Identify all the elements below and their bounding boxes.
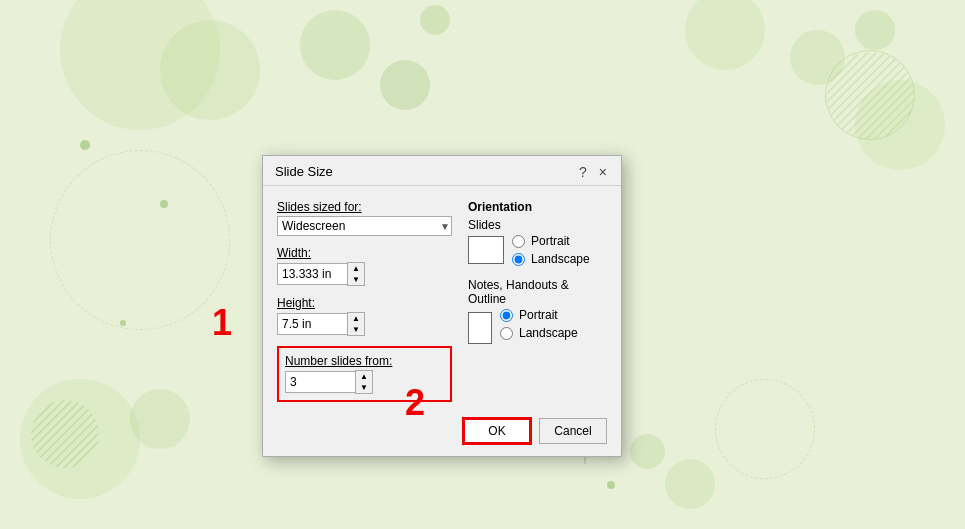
- height-spin-wrapper: ▲ ▼: [277, 312, 367, 336]
- slides-portrait-radio[interactable]: [512, 235, 525, 248]
- notes-handouts-label: Notes, Handouts & Outline: [468, 278, 607, 306]
- notes-portrait-label: Portrait: [519, 308, 558, 322]
- notes-radio-group: Portrait Landscape: [500, 308, 578, 340]
- slides-landscape-label: Landscape: [531, 252, 590, 266]
- ok-button[interactable]: OK: [463, 418, 531, 444]
- slides-label: Slides: [468, 218, 607, 232]
- dialog-titlebar: Slide Size ? ×: [263, 156, 621, 186]
- number-slides-label: Number slides from:: [285, 354, 444, 368]
- slide-size-dialog: Slide Size ? × Slides sized for: Widescr…: [262, 155, 622, 457]
- width-increment-button[interactable]: ▲: [348, 263, 364, 274]
- number-slides-increment-button[interactable]: ▲: [356, 371, 372, 382]
- dialog-body: Slides sized for: Widescreen Standard (4…: [263, 186, 621, 412]
- number-slides-spin-buttons: ▲ ▼: [355, 370, 373, 394]
- height-increment-button[interactable]: ▲: [348, 313, 364, 324]
- notes-landscape-label: Landscape: [519, 326, 578, 340]
- slides-sized-for-select[interactable]: Widescreen Standard (4:3) Custom: [277, 216, 452, 236]
- slides-radio-group: Portrait Landscape: [512, 234, 590, 266]
- dialog-title: Slide Size: [275, 164, 333, 179]
- width-decrement-button[interactable]: ▼: [348, 274, 364, 285]
- number-slides-spin-wrapper: ▲ ▼: [285, 370, 375, 394]
- notes-landscape-radio[interactable]: [500, 327, 513, 340]
- slides-orientation-content: Portrait Landscape: [468, 234, 607, 266]
- height-group: Height: ▲ ▼: [277, 296, 452, 336]
- width-label: Width:: [277, 246, 452, 260]
- slides-landscape-option[interactable]: Landscape: [512, 252, 590, 266]
- svg-point-1: [827, 52, 915, 140]
- slides-portrait-label: Portrait: [531, 234, 570, 248]
- orientation-title: Orientation: [468, 200, 607, 214]
- portrait-notes-icon: [468, 312, 492, 344]
- slides-sized-for-label: Slides sized for:: [277, 200, 452, 214]
- width-spin-buttons: ▲ ▼: [347, 262, 365, 286]
- notes-portrait-radio[interactable]: [500, 309, 513, 322]
- annotation-1: 1: [212, 305, 232, 341]
- height-spin-buttons: ▲ ▼: [347, 312, 365, 336]
- right-panel: Orientation Slides Portrait Landscape: [468, 200, 607, 402]
- svg-point-3: [31, 400, 99, 468]
- slides-orientation-section: Slides Portrait Landscape: [468, 218, 607, 266]
- dialog-footer: OK Cancel: [263, 412, 621, 456]
- slides-sized-for-select-wrapper: Widescreen Standard (4:3) Custom ▼: [277, 216, 452, 236]
- slides-landscape-radio[interactable]: [512, 253, 525, 266]
- height-label: Height:: [277, 296, 452, 310]
- height-decrement-button[interactable]: ▼: [348, 324, 364, 335]
- left-panel: Slides sized for: Widescreen Standard (4…: [277, 200, 452, 402]
- width-group: Width: ▲ ▼: [277, 246, 452, 286]
- cancel-button[interactable]: Cancel: [539, 418, 607, 444]
- notes-portrait-option[interactable]: Portrait: [500, 308, 578, 322]
- width-spin-wrapper: ▲ ▼: [277, 262, 367, 286]
- number-slides-box: Number slides from: ▲ ▼: [277, 346, 452, 402]
- width-input[interactable]: [277, 263, 347, 285]
- height-input[interactable]: [277, 313, 347, 335]
- number-slides-input[interactable]: [285, 371, 355, 393]
- titlebar-actions: ? ×: [577, 165, 609, 179]
- notes-orientation-content: Portrait Landscape: [468, 308, 607, 344]
- number-slides-decrement-button[interactable]: ▼: [356, 382, 372, 393]
- slides-sized-for-group: Slides sized for: Widescreen Standard (4…: [277, 200, 452, 236]
- notes-landscape-option[interactable]: Landscape: [500, 326, 578, 340]
- landscape-slide-icon: [468, 236, 504, 264]
- slides-portrait-option[interactable]: Portrait: [512, 234, 590, 248]
- close-button[interactable]: ×: [597, 165, 609, 179]
- help-button[interactable]: ?: [577, 165, 589, 179]
- notes-orientation-section: Notes, Handouts & Outline Portrait Lands…: [468, 278, 607, 344]
